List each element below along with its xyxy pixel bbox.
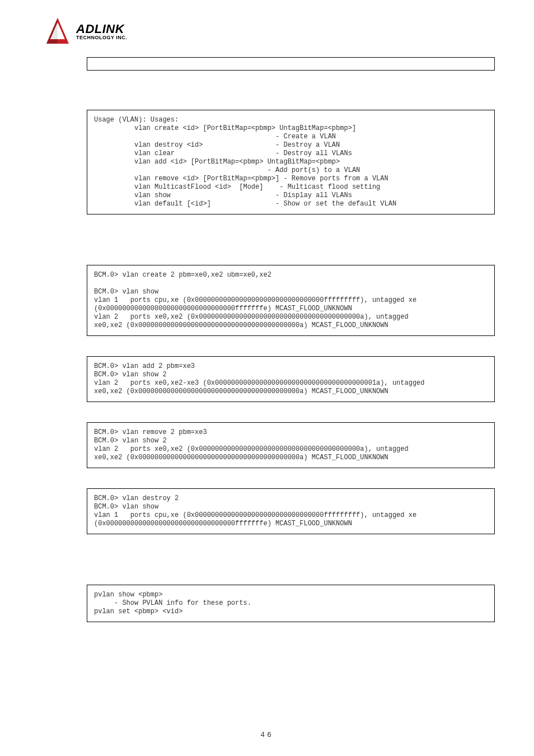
- logo-text: ADLINK TECHNOLOGY INC.: [76, 23, 127, 40]
- add-box: BCM.0> vlan add 2 pbm=xe3 BCM.0> vlan sh…: [87, 356, 495, 402]
- header-empty-box: [87, 57, 495, 71]
- create-show-box: BCM.0> vlan create 2 pbm=xe0,xe2 ubm=xe0…: [87, 265, 495, 336]
- page-number: 46: [0, 731, 534, 739]
- brand-name: ADLINK: [76, 23, 127, 35]
- brand-sub: TECHNOLOGY INC.: [76, 35, 127, 40]
- usage-box: Usage (VLAN): Usages: vlan create <id> […: [87, 110, 495, 214]
- pvlan-box: pvlan show <pbmp> - Show PVLAN info for …: [87, 585, 495, 622]
- remove-box: BCM.0> vlan remove 2 pbm=xe3 BCM.0> vlan…: [87, 422, 495, 468]
- adlink-logo-icon: [45, 17, 71, 46]
- logo: ADLINK TECHNOLOGY INC.: [45, 17, 500, 46]
- destroy-box: BCM.0> vlan destroy 2 BCM.0> vlan show v…: [87, 488, 495, 534]
